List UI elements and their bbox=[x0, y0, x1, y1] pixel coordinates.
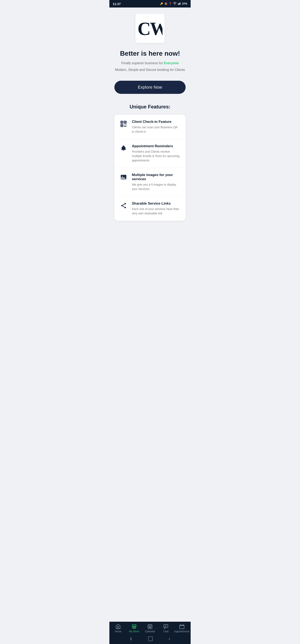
svg-rect-2 bbox=[180, 2, 180, 5]
feature-checkin-title: Client Check-in Feature bbox=[132, 120, 181, 124]
svg-rect-0 bbox=[178, 4, 179, 4]
hero-subtitle2: Modern, Simple and Secure booking for Cl… bbox=[115, 67, 185, 72]
signal-icon bbox=[178, 2, 181, 6]
image-icon bbox=[119, 173, 128, 181]
feature-reminders: Appointment Reminders Providers and Clie… bbox=[114, 139, 186, 168]
status-bar: 11:27 🔑 🔇 📍 57% bbox=[109, 0, 191, 8]
svg-rect-10 bbox=[121, 125, 122, 126]
svg-rect-1 bbox=[179, 3, 179, 5]
svg-rect-15 bbox=[125, 126, 126, 127]
feature-reminders-content: Appointment Reminders Providers and Clie… bbox=[132, 144, 181, 163]
feature-images-title: Multiple images for your services bbox=[132, 173, 181, 181]
subtitle-plain: Finally superior business for bbox=[121, 61, 164, 65]
logo-text: CW bbox=[137, 18, 163, 39]
feature-images: Multiple images for your services We giv… bbox=[114, 168, 186, 196]
explore-now-button[interactable]: Explore Now bbox=[114, 81, 186, 94]
svg-line-22 bbox=[122, 206, 124, 207]
svg-rect-12 bbox=[124, 126, 125, 126]
feature-images-desc: We give you 4-5 images to display your S… bbox=[132, 182, 181, 191]
feature-reminders-desc: Providers and Clients receive multiple E… bbox=[132, 150, 181, 163]
svg-rect-11 bbox=[124, 124, 125, 125]
svg-rect-6 bbox=[121, 122, 122, 123]
mute-icon: 🔇 bbox=[164, 2, 168, 5]
svg-rect-8 bbox=[125, 122, 126, 123]
share-icon bbox=[119, 202, 128, 210]
status-icons: 🔑 🔇 📍 57% bbox=[160, 2, 187, 6]
svg-point-20 bbox=[125, 207, 126, 208]
qr-code-icon bbox=[119, 120, 128, 128]
svg-point-17 bbox=[122, 176, 123, 177]
svg-rect-14 bbox=[126, 126, 126, 126]
main-content: CW Better is here now! Finally superior … bbox=[109, 8, 191, 242]
location-icon: 📍 bbox=[169, 2, 172, 5]
feature-checkin: Client Check-in Feature Clients can scan… bbox=[114, 115, 186, 139]
feature-images-content: Multiple images for your services We giv… bbox=[132, 173, 181, 191]
wifi-icon bbox=[173, 2, 176, 6]
svg-rect-13 bbox=[125, 124, 126, 125]
features-title: Unique Features: bbox=[130, 104, 170, 110]
key-icon: 🔑 bbox=[160, 2, 163, 5]
logo-container: CW bbox=[135, 14, 165, 43]
feature-checkin-content: Client Check-in Feature Clients can scan… bbox=[132, 120, 181, 134]
feature-checkin-desc: Clients can scan your Business QR to che… bbox=[132, 125, 181, 134]
status-time: 11:27 bbox=[113, 2, 121, 6]
features-card: Client Check-in Feature Clients can scan… bbox=[114, 115, 186, 221]
feature-share-title: Sharable Service Links bbox=[132, 202, 181, 206]
svg-text:CW: CW bbox=[137, 18, 163, 37]
hero-subtitle: Finally superior business for Everyone bbox=[121, 61, 179, 66]
svg-point-19 bbox=[121, 205, 123, 206]
feature-share-content: Sharable Service Links Each one of your … bbox=[132, 202, 181, 216]
svg-point-18 bbox=[125, 203, 126, 204]
battery-status: 57% bbox=[182, 2, 187, 5]
feature-reminders-title: Appointment Reminders bbox=[132, 144, 181, 148]
svg-line-21 bbox=[122, 204, 124, 205]
bell-icon bbox=[119, 144, 128, 152]
feature-share: Sharable Service Links Each one of your … bbox=[114, 196, 186, 221]
feature-share-desc: Each one of your services have their ver… bbox=[132, 207, 181, 216]
subtitle-highlight: Everyone bbox=[164, 61, 179, 65]
svg-rect-3 bbox=[180, 2, 181, 5]
hero-title: Better is here now! bbox=[120, 50, 180, 57]
